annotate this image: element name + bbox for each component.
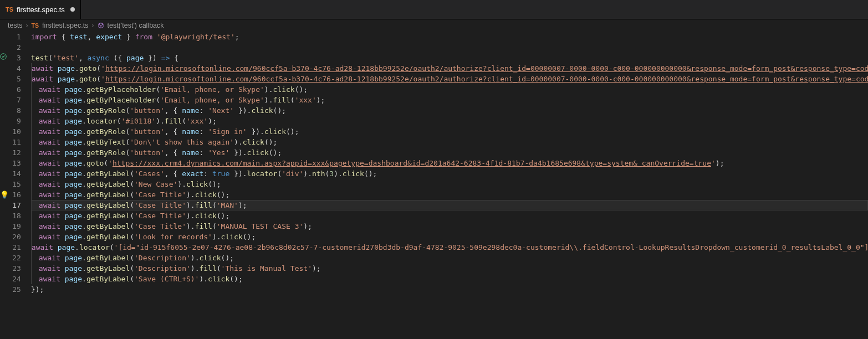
gutter-glyph[interactable] xyxy=(0,42,10,53)
line-number[interactable]: 19 xyxy=(10,221,29,232)
line-number[interactable]: 11 xyxy=(10,137,29,147)
chevron-right-icon: › xyxy=(25,22,28,29)
code-line[interactable]: await page.getByLabel('Case Title').clic… xyxy=(31,210,868,221)
gutter-glyph[interactable] xyxy=(0,158,10,168)
tab-filename: firsttest.spec.ts xyxy=(17,6,65,14)
gutter-glyph[interactable] xyxy=(0,63,10,74)
ts-badge-icon: TS xyxy=(6,6,13,13)
chevron-right-icon: › xyxy=(91,22,94,29)
gutter-glyph[interactable] xyxy=(0,200,10,210)
breadcrumb: tests › TS firsttest.spec.ts › test('tes… xyxy=(0,19,868,32)
line-number[interactable]: 12 xyxy=(10,147,29,158)
code-line[interactable]: await page.getByLabel('Cases', { exact: … xyxy=(31,168,868,179)
line-number[interactable]: 8 xyxy=(10,105,29,116)
code-line[interactable] xyxy=(31,42,868,53)
gutter-glyph[interactable] xyxy=(0,137,10,147)
gutter-glyph[interactable] xyxy=(0,232,10,242)
gutter-glyph[interactable] xyxy=(0,253,10,263)
code-line[interactable]: await page.locator('#i0118').fill('xxx')… xyxy=(31,116,868,126)
code-line[interactable]: import { test, expect } from '@playwrigh… xyxy=(31,32,868,42)
gutter-glyph[interactable] xyxy=(0,105,10,116)
code-line[interactable]: await page.getByLabel('Case Title').clic… xyxy=(31,189,868,200)
code-line[interactable]: await page.getByLabel('Description').cli… xyxy=(31,253,868,263)
line-number[interactable]: 16 xyxy=(10,189,29,200)
line-number[interactable]: 4 xyxy=(10,63,29,74)
gutter-glyph[interactable] xyxy=(0,263,10,274)
breadcrumb-file[interactable]: firsttest.spec.ts xyxy=(42,22,88,29)
breadcrumb-folder[interactable]: tests xyxy=(8,22,22,29)
line-number[interactable]: 24 xyxy=(10,274,29,284)
code-line[interactable]: await page.getByLabel('Look for records'… xyxy=(31,232,868,242)
line-number[interactable]: 10 xyxy=(10,126,29,137)
tab-bar: TS firsttest.spec.ts xyxy=(0,0,868,19)
gutter-glyph[interactable] xyxy=(0,84,10,95)
line-number[interactable]: 14 xyxy=(10,168,29,179)
gutter-glyph[interactable] xyxy=(0,147,10,158)
gutter-glyph[interactable] xyxy=(0,274,10,284)
gutter-glyph[interactable] xyxy=(0,95,10,105)
lightbulb-icon[interactable]: 💡 xyxy=(0,191,9,198)
tab-firsttest[interactable]: TS firsttest.spec.ts xyxy=(0,0,81,19)
code-line[interactable]: await page.getByLabel('Description').fil… xyxy=(31,263,868,274)
code-line[interactable]: await page.getByPlaceholder('Email, phon… xyxy=(31,95,868,105)
gutter-glyph[interactable] xyxy=(0,284,10,295)
code-line[interactable]: await page.getByRole('button', { name: '… xyxy=(31,126,868,137)
line-number[interactable]: 18 xyxy=(10,210,29,221)
ts-badge-icon: TS xyxy=(32,22,39,29)
gutter-glyph[interactable] xyxy=(0,32,10,42)
breadcrumb-symbol[interactable]: test('test') callback xyxy=(108,22,164,29)
line-number[interactable]: 5 xyxy=(10,74,29,84)
gutter-glyph[interactable] xyxy=(0,242,10,253)
gutter-glyph[interactable] xyxy=(0,53,10,63)
gutter-glyph[interactable] xyxy=(0,116,10,126)
code-line[interactable]: await page.goto('https://login.microsoft… xyxy=(31,74,868,84)
code-line[interactable]: await page.getByLabel('Case Title').fill… xyxy=(31,200,868,210)
code-line[interactable]: await page.goto('https://xxx.crm4.dynami… xyxy=(31,158,868,168)
method-icon xyxy=(98,22,104,29)
dirty-indicator-icon xyxy=(70,7,75,12)
code-line[interactable]: await page.getByText('Don\'t show this a… xyxy=(31,137,868,147)
gutter-glyph[interactable] xyxy=(0,126,10,137)
line-number[interactable]: 2 xyxy=(10,42,29,53)
gutter-glyph[interactable]: 💡 xyxy=(0,189,10,200)
code-line[interactable]: await page.getByLabel('Save (CTRL+S)').c… xyxy=(31,274,868,284)
line-number[interactable]: 22 xyxy=(10,253,29,263)
line-number[interactable]: 3 xyxy=(10,53,29,63)
code-line[interactable]: await page.getByPlaceholder('Email, phon… xyxy=(31,84,868,95)
line-number[interactable]: 25 xyxy=(10,284,29,295)
code-line[interactable]: await page.locator('[id="id-915f6055-2e0… xyxy=(31,242,868,253)
code-line[interactable]: await page.getByRole('button', { name: '… xyxy=(31,147,868,158)
gutter-glyph[interactable] xyxy=(0,221,10,232)
test-pass-icon[interactable] xyxy=(0,53,7,63)
code-line[interactable]: test('test', async ({ page }) => { xyxy=(31,53,868,63)
code-line[interactable]: await page.getByRole('button', { name: '… xyxy=(31,105,868,116)
line-number[interactable]: 1 xyxy=(10,32,29,42)
code-line[interactable]: await page.goto('https://login.microsoft… xyxy=(31,63,868,74)
line-number[interactable]: 21 xyxy=(10,242,29,253)
gutter-glyph[interactable] xyxy=(0,168,10,179)
line-number[interactable]: 13 xyxy=(10,158,29,168)
line-number[interactable]: 9 xyxy=(10,116,29,126)
gutter-glyph[interactable] xyxy=(0,74,10,84)
gutter-glyph[interactable] xyxy=(0,210,10,221)
code-line[interactable]: }); xyxy=(31,284,868,295)
line-number[interactable]: 15 xyxy=(10,179,29,189)
code-editor[interactable]: 💡123456789101112131415161718192021222324… xyxy=(0,32,868,295)
line-number[interactable]: 7 xyxy=(10,95,29,105)
line-number[interactable]: 17 xyxy=(10,200,29,210)
code-line[interactable]: await page.getByLabel('Case Title').fill… xyxy=(31,221,868,232)
code-line[interactable]: await page.getByLabel('New Case').click(… xyxy=(31,179,868,189)
line-number[interactable]: 23 xyxy=(10,263,29,274)
gutter-glyph[interactable] xyxy=(0,179,10,189)
line-number[interactable]: 6 xyxy=(10,84,29,95)
line-number[interactable]: 20 xyxy=(10,232,29,242)
